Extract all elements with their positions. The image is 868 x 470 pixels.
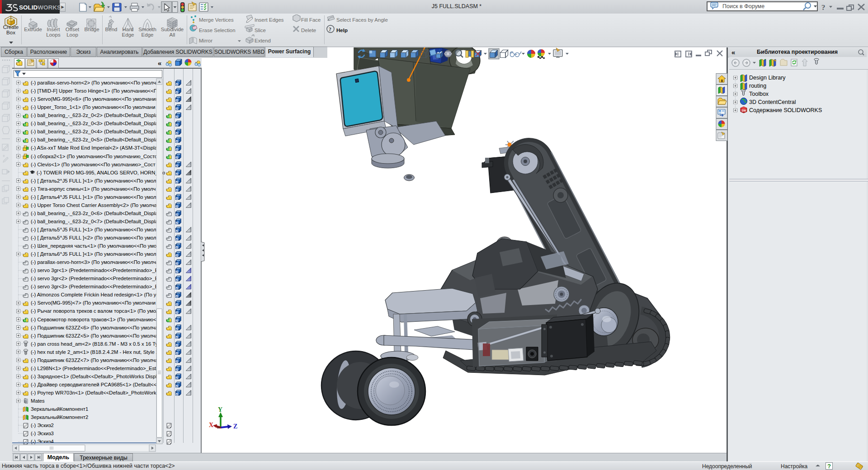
svg-text:(-) [ Деталь2^J5 FULL ]<1> (По: (-) [ Деталь2^J5 FULL ]<1> (По умолчанию… xyxy=(31,178,156,183)
svg-text:SOLIDWORKS: SOLIDWORKS xyxy=(19,4,60,11)
svg-text:Mates: Mates xyxy=(31,398,45,404)
svg-text:(-) ball_bearing_-_623-2z_0<5>: (-) ball_bearing_-_623-2z_0<5> (Default<… xyxy=(31,137,158,142)
svg-text:(-) ball_bearing_-_623-2z_0<3>: (-) ball_bearing_-_623-2z_0<3> (Default<… xyxy=(31,121,158,126)
svg-text:(-) servo 3gr<3> (Predetermina: (-) servo 3gr<3> (Predeterminado<<Predet… xyxy=(31,284,159,289)
svg-text:(-) Подшипник 623ZZ<6> (По умо: (-) Подшипник 623ZZ<6> (По умолчанию<<По… xyxy=(31,325,158,330)
svg-text:(-) Servo(MG-995)<6> (По умолч: (-) Servo(MG-995)<6> (По умолчанию<<По у… xyxy=(31,96,160,102)
svg-text:?: ? xyxy=(827,463,831,470)
svg-text:(-) сборка2<1> (По умолчанию<П: (-) сборка2<1> (По умолчанию<По умолчани… xyxy=(31,154,157,159)
svg-text:«: « xyxy=(158,59,161,67)
svg-text:Toolbox: Toolbox xyxy=(749,91,769,97)
svg-text:Design Library: Design Library xyxy=(749,75,786,81)
svg-text:(-) TOWER PRO MG-995, ANALOG S: (-) TOWER PRO MG-995, ANALOG SERVO, HORN… xyxy=(37,170,165,175)
svg-text:(-) ball_bearing_-_623-2z_0<2>: (-) ball_bearing_-_623-2z_0<2> (Default<… xyxy=(31,113,158,118)
svg-text:(-) parallax-servo-horn<3> (По: (-) parallax-servo-horn<3> (По умолчанию… xyxy=(31,259,159,265)
svg-text:(-) pan cross head_am<2> (B18.: (-) pan cross head_am<2> (B18.6.7M - M3 … xyxy=(31,341,158,347)
svg-text:(-) [TMID-F] Upper Torso Hinge: (-) [TMID-F] Upper Torso Hinge<1> (По ум… xyxy=(31,88,157,94)
svg-text:(-) Шея_передняя часть<1> (По: (-) Шея_передняя часть<1> (По умолчанию<… xyxy=(31,243,156,249)
svg-text:?: ? xyxy=(821,3,826,12)
svg-text:(-) parallax-servo-horn<2> (По: (-) parallax-servo-horn<2> (По умолчанию… xyxy=(31,80,159,85)
svg-text:(-) ball_bearing_-_623-2z_0<6>: (-) ball_bearing_-_623-2z_0<6> (Default<… xyxy=(31,211,158,216)
svg-text:(-) ball_bearing_-_623-2z_0<7>: (-) ball_bearing_-_623-2z_0<7> (Default<… xyxy=(31,219,158,224)
svg-text:(-) Servo(MG-995)<7> (По умолч: (-) Servo(MG-995)<7> (По умолчанию<<По у… xyxy=(31,300,156,306)
svg-text:(-) [ Деталь5^J5 FULL ]<1> (По: (-) [ Деталь5^J5 FULL ]<1> (По умолчанию… xyxy=(31,227,156,232)
svg-text:(-) Almonzos Complete Frickin: (-) Almonzos Complete Frickin Head redes… xyxy=(31,292,162,297)
svg-text:SW: SW xyxy=(741,109,746,112)
svg-text:(-) servo 3gr<1> (Predetermina: (-) servo 3gr<1> (Predeterminado<<Predet… xyxy=(31,268,159,273)
svg-text:Y: Y xyxy=(218,406,222,413)
svg-text:(-) Upper Torso Chest Carrier: (-) Upper Torso Chest Carrier Assembly<2… xyxy=(31,202,160,208)
svg-text:(-) Clevis<1> (По умолчанию<<П: (-) Clevis<1> (По умолчанию<<По умолчани… xyxy=(31,162,156,167)
svg-text:(-) [ Деталь5^J5 FULL ]<2> (По: (-) [ Деталь5^J5 FULL ]<2> (По умолчанию… xyxy=(31,235,156,240)
svg-text:(-) Драйвер серводвигателей PC: (-) Драйвер серводвигателей PCA9685<1> (… xyxy=(31,382,157,387)
svg-text:(-) Тяга-корпус спины<1> (По у: (-) Тяга-корпус спины<1> (По умолчанию<<… xyxy=(31,186,156,192)
svg-text:Содержание SOLIDWORKS: Содержание SOLIDWORKS xyxy=(749,107,822,113)
svg-text:ЗеркальныйКомпонент1: ЗеркальныйКомпонент1 xyxy=(31,406,88,412)
svg-text:(-) Сервомотор поворота траков: (-) Сервомотор поворота траков<1> (По ум… xyxy=(31,317,156,322)
svg-text:(-) ASx-xxT Male Rod End Imper: (-) ASx-xxT Male Rod End Imperial<2> (AS… xyxy=(31,145,160,150)
svg-text:routing: routing xyxy=(749,83,766,89)
svg-text:(-) Подшипник 623ZZ<7> (По умо: (-) Подшипник 623ZZ<7> (По умолчанию<<По… xyxy=(31,357,158,363)
svg-text:(-) Эскиз4: (-) Эскиз4 xyxy=(31,439,54,444)
svg-text:ЗеркальныйКомпонент2: ЗеркальныйКомпонент2 xyxy=(31,414,88,420)
svg-text:(-) [ Деталь4^J5 FULL ]<1> (По: (-) [ Деталь4^J5 FULL ]<1> (По умолчанию… xyxy=(31,194,156,200)
svg-text:(-) Upper_Torso_1<1> (По умолч: (-) Upper_Torso_1<1> (По умолчанию<<По у… xyxy=(31,104,156,110)
svg-text:X: X xyxy=(209,422,213,428)
svg-text:?: ? xyxy=(329,26,331,33)
svg-text:(-) hex nut style 2_am<1> (B18: (-) hex nut style 2_am<1> (B18.2.4.2M - … xyxy=(31,349,159,355)
svg-text:Z: Z xyxy=(233,423,237,430)
svg-text:(-) Зарядное<1> (Default<<Defa: (-) Зарядное<1> (Default<<Default>_Photo… xyxy=(31,374,157,379)
svg-text:(-) L298N<1> (Predeterminado<<: (-) L298N<1> (Predeterminado<<Predetermi… xyxy=(31,366,159,371)
svg-text:(-) Эскиз3: (-) Эскиз3 xyxy=(31,431,54,436)
svg-text:3D ContentCentral: 3D ContentCentral xyxy=(749,99,796,105)
svg-text:(-) Эскиз2: (-) Эскиз2 xyxy=(31,423,54,428)
svg-text:(-) servo 3gr<2> (Predetermina: (-) servo 3gr<2> (Predeterminado<<Predet… xyxy=(31,276,159,281)
svg-text:(-) Роутер WR703n<1> (Default<: (-) Роутер WR703n<1> (Default<<Default>_… xyxy=(31,390,156,395)
svg-text:(-) ball_bearing_-_623-2z_0<4>: (-) ball_bearing_-_623-2z_0<4> (Default<… xyxy=(31,129,158,134)
svg-text:(-) Подшипник 623ZZ<5> (По умо: (-) Подшипник 623ZZ<5> (По умолчанию<<По… xyxy=(31,333,158,338)
svg-text:(-) Рычаг поворота треков с ва: (-) Рычаг поворота треков с валом торса<… xyxy=(31,308,159,314)
svg-text:(-) [ Деталь6^J5 FULL ]<1> (По: (-) [ Деталь6^J5 FULL ]<1> (По умолчанию… xyxy=(31,251,156,257)
